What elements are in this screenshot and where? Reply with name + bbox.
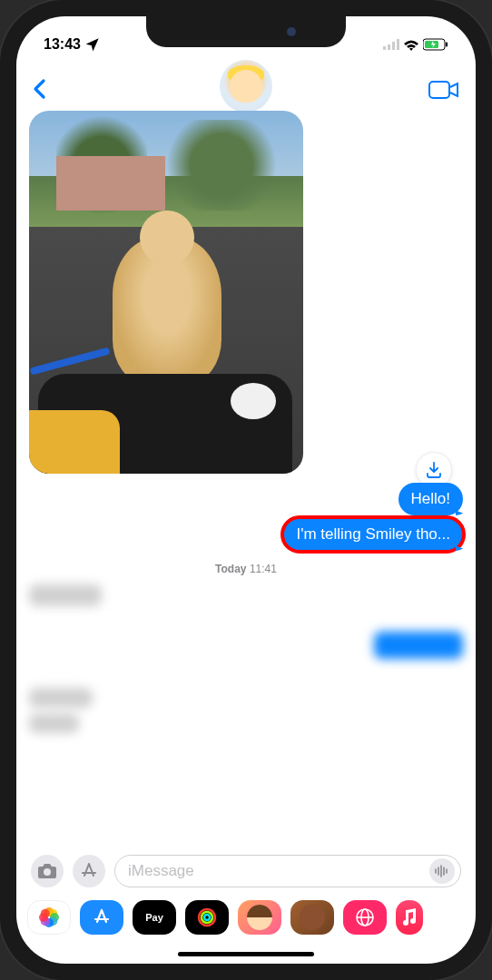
- redacted-sent-message: [374, 632, 463, 659]
- notch: [146, 16, 346, 47]
- message-list[interactable]: Hello! I'm telling Smiley tho... Today 1…: [16, 107, 476, 848]
- compose-bar: [16, 848, 476, 895]
- message-input[interactable]: [128, 862, 429, 880]
- svg-rect-5: [446, 43, 448, 47]
- message-text: I'm telling Smiley tho...: [296, 525, 450, 543]
- svg-rect-0: [383, 46, 386, 50]
- audio-message-button[interactable]: [429, 858, 455, 884]
- fitness-app-icon[interactable]: [185, 900, 229, 935]
- contact-avatar: [220, 60, 272, 113]
- battery-icon: [423, 38, 448, 51]
- message-input-container[interactable]: [114, 855, 461, 887]
- status-time: 13:43: [44, 36, 81, 53]
- message-text: Hello!: [411, 490, 450, 507]
- redacted-received-message: [29, 688, 93, 708]
- timestamp-separator: Today 11:41: [29, 563, 463, 575]
- svg-rect-2: [392, 42, 395, 50]
- redacted-received-message: [29, 713, 79, 733]
- wifi-icon: [403, 39, 419, 51]
- app-store-button[interactable]: [73, 855, 105, 887]
- received-photo-message[interactable]: [29, 111, 303, 474]
- facetime-button[interactable]: [428, 65, 459, 100]
- svg-rect-1: [388, 44, 390, 50]
- photos-app-icon[interactable]: [27, 900, 71, 935]
- cellular-icon: [383, 39, 399, 50]
- location-arrow-icon: [86, 38, 99, 51]
- app-drawer[interactable]: Pay: [16, 895, 476, 944]
- music-app-icon[interactable]: [396, 900, 423, 935]
- animoji-app-icon[interactable]: [290, 900, 334, 935]
- digital-touch-icon[interactable]: [343, 900, 387, 935]
- svg-point-20: [41, 909, 50, 918]
- memoji-app-icon[interactable]: [238, 900, 281, 935]
- redacted-received-message: [29, 584, 102, 606]
- sent-message[interactable]: Hello!: [399, 483, 463, 515]
- svg-rect-3: [397, 39, 399, 50]
- apple-pay-icon[interactable]: Pay: [133, 900, 176, 935]
- back-button[interactable]: [33, 65, 46, 100]
- sent-message-highlighted[interactable]: I'm telling Smiley tho...: [283, 518, 463, 551]
- conversation-header: Isaac 〉: [16, 60, 476, 107]
- phone-frame: 13:43: [0, 0, 492, 980]
- svg-rect-7: [429, 82, 449, 98]
- svg-point-23: [204, 915, 210, 920]
- imessage-appstore-icon[interactable]: [80, 900, 123, 935]
- camera-button[interactable]: [31, 855, 64, 887]
- home-indicator[interactable]: [178, 952, 314, 956]
